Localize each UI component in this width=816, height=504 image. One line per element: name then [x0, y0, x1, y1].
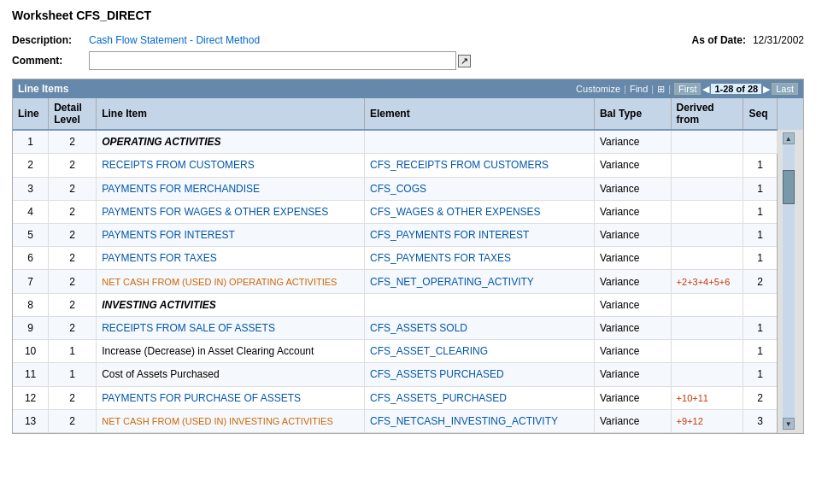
cell-line: 9	[13, 316, 49, 339]
col-bal-type: Bal Type	[594, 98, 671, 130]
cell-line: 7	[13, 270, 49, 293]
cell-line: 3	[13, 177, 49, 200]
cell-line-item[interactable]: NET CASH FROM (USED IN) INVESTING ACTIVI…	[97, 409, 365, 432]
cell-line-item[interactable]: PAYMENTS FOR INTEREST	[97, 224, 365, 247]
scroll-down-button[interactable]: ▼	[783, 418, 795, 430]
cell-seq: 2	[743, 270, 777, 293]
pagination-info: 1-28 of 28	[711, 84, 761, 94]
cell-seq: 1	[743, 154, 777, 177]
cell-bal-type: Variance	[594, 293, 671, 316]
cell-detail-level: 2	[49, 409, 97, 432]
table-row: 132NET CASH FROM (USED IN) INVESTING ACT…	[13, 409, 803, 432]
cell-bal-type: Variance	[594, 340, 671, 363]
cell-element[interactable]: CFS_RECEIPTS FROM CUSTOMERS	[364, 154, 594, 177]
line-items-section: Line Items Customize | Find | ⊞ | First …	[12, 79, 804, 434]
cell-element[interactable]: CFS_PAYMENTS FOR INTEREST	[364, 224, 594, 247]
col-line-item: Line Item	[97, 98, 365, 130]
cell-derived-from	[671, 316, 743, 339]
pagination: First ◀ 1-28 of 28 ▶ Last	[674, 83, 798, 95]
cell-detail-level: 2	[49, 386, 97, 409]
cell-bal-type: Variance	[594, 316, 671, 339]
line-items-controls: Customize | Find | ⊞ | First ◀ 1-28 of 2…	[576, 83, 798, 95]
page-container: Worksheet CFS_DIRECT Description: Cash F…	[0, 0, 816, 504]
description-value[interactable]: Cash Flow Statement - Direct Method	[89, 34, 260, 46]
scroll-up-button[interactable]: ▲	[783, 132, 795, 144]
cell-seq: 1	[743, 363, 777, 386]
table-row: 92RECEIPTS FROM SALE OF ASSETSCFS_ASSETS…	[13, 316, 803, 339]
cell-seq: 1	[743, 316, 777, 339]
comment-input[interactable]	[89, 51, 456, 70]
col-detail-level: DetailLevel	[49, 98, 97, 130]
cell-derived-from: +10+11	[671, 386, 743, 409]
cell-line: 5	[13, 224, 49, 247]
table-row: 82INVESTING ACTIVITIESVariance	[13, 293, 803, 316]
cell-line: 1	[13, 130, 49, 154]
cell-derived-from	[671, 293, 743, 316]
cell-derived-from	[671, 224, 743, 247]
cell-seq	[743, 130, 777, 154]
table-row: 72NET CASH FROM (USED IN) OPERATING ACTI…	[13, 270, 803, 293]
as-of-date-container: As of Date: 12/31/2002	[692, 34, 804, 46]
cell-line-item[interactable]: PAYMENTS FOR TAXES	[97, 247, 365, 270]
table-row: 122PAYMENTS FOR PURCHASE OF ASSETSCFS_AS…	[13, 386, 803, 409]
cell-element[interactable]: CFS_NETCASH_INVESTING_ACTIVITY	[364, 409, 594, 432]
cell-derived-from	[671, 154, 743, 177]
cell-element[interactable]: CFS_NET_OPERATING_ACTIVITY	[364, 270, 594, 293]
table-row: 62PAYMENTS FOR TAXESCFS_PAYMENTS FOR TAX…	[13, 247, 803, 270]
cell-element[interactable]: CFS_WAGES & OTHER EXPENSES	[364, 200, 594, 223]
as-of-date-value: 12/31/2002	[753, 34, 804, 46]
cell-line: 11	[13, 363, 49, 386]
expand-comment-icon[interactable]: ↗	[458, 55, 471, 67]
comment-label: Comment:	[12, 55, 89, 67]
cell-element[interactable]: CFS_ASSETS SOLD	[364, 316, 594, 339]
cell-line-item: INVESTING ACTIVITIES	[97, 293, 365, 316]
cell-line-item[interactable]: PAYMENTS FOR PURCHASE OF ASSETS	[97, 386, 365, 409]
cell-detail-level: 2	[49, 177, 97, 200]
grid-icon[interactable]: ⊞	[657, 84, 665, 95]
customize-link[interactable]: Customize	[576, 84, 620, 94]
cell-bal-type: Variance	[594, 409, 671, 432]
cell-detail-level: 2	[49, 200, 97, 223]
cell-seq	[743, 293, 777, 316]
cell-line: 13	[13, 409, 49, 432]
cell-element[interactable]: CFS_COGS	[364, 177, 594, 200]
col-element: Element	[364, 98, 594, 130]
cell-line: 8	[13, 293, 49, 316]
next-icon[interactable]: ▶	[763, 84, 770, 95]
as-of-date-label: As of Date:	[692, 34, 746, 46]
cell-derived-from	[671, 200, 743, 223]
cell-detail-level: 2	[49, 316, 97, 339]
cell-line-item[interactable]: PAYMENTS FOR WAGES & OTHER EXPENSES	[97, 200, 365, 223]
cell-element[interactable]: CFS_ASSETS_PURCHASED	[364, 386, 594, 409]
cell-line-item[interactable]: RECEIPTS FROM SALE OF ASSETS	[97, 316, 365, 339]
scrollbar-cell[interactable]: ▲ ▼	[777, 130, 802, 433]
line-items-header: Line Items Customize | Find | ⊞ | First …	[13, 79, 803, 98]
cell-element	[364, 130, 594, 154]
cell-element[interactable]: CFS_ASSET_CLEARING	[364, 340, 594, 363]
cell-derived-from	[671, 247, 743, 270]
description-row: Description: Cash Flow Statement - Direc…	[12, 34, 804, 46]
find-link[interactable]: Find	[630, 84, 648, 94]
cell-line: 4	[13, 200, 49, 223]
cell-line-item[interactable]: NET CASH FROM (USED IN) OPERATING ACTIVI…	[97, 270, 365, 293]
last-button[interactable]: Last	[772, 83, 798, 95]
cell-element[interactable]: CFS_PAYMENTS FOR TAXES	[364, 247, 594, 270]
prev-icon[interactable]: ◀	[702, 84, 709, 95]
cell-line-item[interactable]: PAYMENTS FOR MERCHANDISE	[97, 177, 365, 200]
table-row: 42PAYMENTS FOR WAGES & OTHER EXPENSESCFS…	[13, 200, 803, 223]
cell-seq: 1	[743, 177, 777, 200]
cell-seq: 1	[743, 247, 777, 270]
cell-seq: 3	[743, 409, 777, 432]
cell-derived-from	[671, 130, 743, 154]
scroll-header	[777, 98, 802, 130]
cell-derived-from	[671, 363, 743, 386]
cell-line-item: Increase (Decrease) in Asset Clearing Ac…	[97, 340, 365, 363]
line-items-title: Line Items	[18, 83, 68, 95]
scrollbar-thumb[interactable]	[783, 170, 795, 204]
cell-line: 2	[13, 154, 49, 177]
cell-derived-from: +9+12	[671, 409, 743, 432]
first-button[interactable]: First	[674, 83, 701, 95]
cell-line-item[interactable]: RECEIPTS FROM CUSTOMERS	[97, 154, 365, 177]
cell-element[interactable]: CFS_ASSETS PURCHASED	[364, 363, 594, 386]
cell-detail-level: 1	[49, 340, 97, 363]
